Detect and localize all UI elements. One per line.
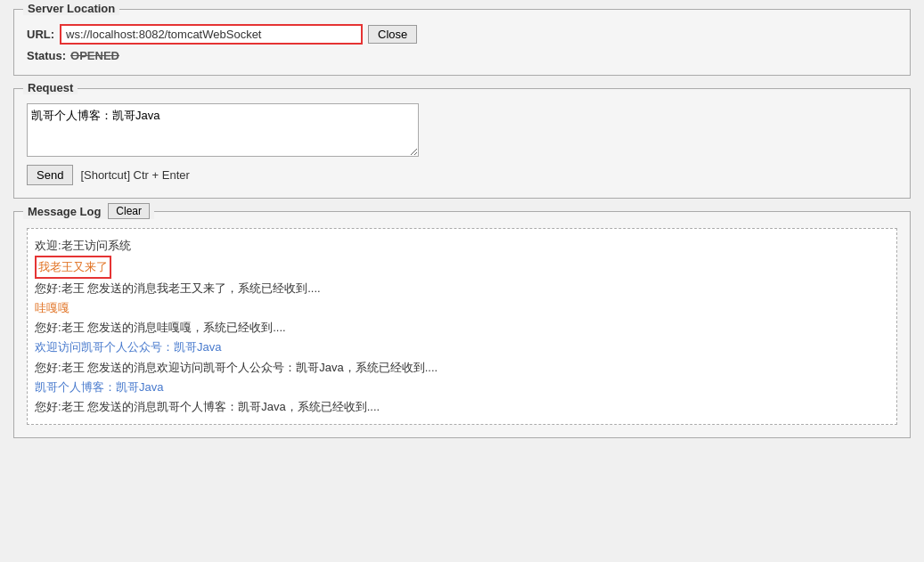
status-row: Status: OPENED [27,49,897,62]
log-line-4: 您好:老王 您发送的消息哇嘎嘎，系统已经收到.... [35,318,889,338]
request-textarea[interactable]: 凯哥个人博客：凯哥Java [27,103,419,157]
request-actions: Send [Shortcut] Ctr + Enter [27,165,897,185]
message-log-title: Message Log [28,205,101,218]
server-location-title: Server Location [23,2,119,15]
url-label: URL: [27,28,54,41]
log-line-6: 您好:老王 您发送的消息欢迎访问凯哥个人公众号：凯哥Java，系统已经收到...… [35,358,889,378]
log-line-0: 欢迎:老王访问系统 [35,236,889,256]
url-input[interactable] [60,24,363,45]
send-button[interactable]: Send [27,165,73,185]
log-line-1: 我老王又来了 [35,256,111,279]
message-log-content: 欢迎:老王访问系统我老王又来了您好:老王 您发送的消息我老王又来了，系统已经收到… [27,228,897,425]
request-title: Request [23,81,78,94]
message-log-section: Message Log Clear 欢迎:老王访问系统我老王又来了您好:老王 您… [13,211,911,438]
clear-button[interactable]: Clear [108,203,150,219]
status-label: Status: [27,49,66,62]
log-line-8: 您好:老王 您发送的消息凯哥个人博客：凯哥Java，系统已经收到.... [35,397,889,417]
request-section: Request 凯哥个人博客：凯哥Java Send [Shortcut] Ct… [13,88,911,199]
server-location-section: Server Location URL: Close Status: OPENE… [13,9,911,76]
close-button[interactable]: Close [368,25,417,44]
log-line-2: 您好:老王 您发送的消息我老王又来了，系统已经收到.... [35,279,889,298]
message-log-header: Message Log Clear [23,203,154,219]
log-line-7: 凯哥个人博客：凯哥Java [35,378,889,397]
log-line-3: 哇嘎嘎 [35,298,889,318]
status-value: OPENED [70,49,119,62]
shortcut-hint: [Shortcut] Ctr + Enter [80,168,189,182]
url-row: URL: Close [27,24,897,45]
log-line-5: 欢迎访问凯哥个人公众号：凯哥Java [35,338,889,357]
